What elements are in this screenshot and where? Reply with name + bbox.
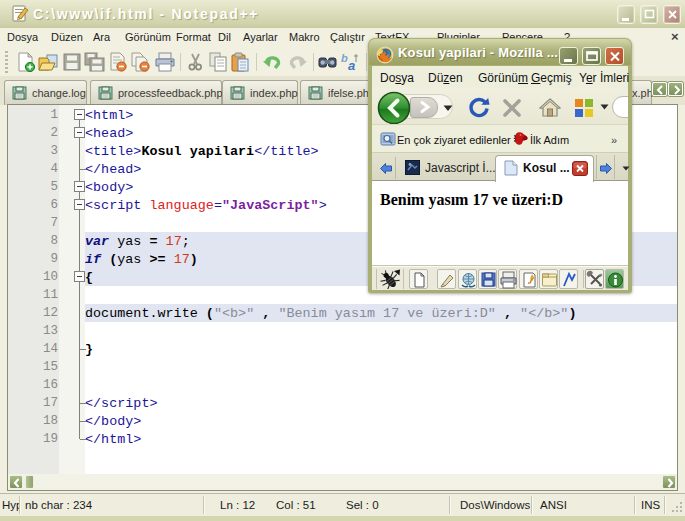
svg-text:a: a <box>348 58 355 72</box>
svg-text:b: b <box>341 52 348 64</box>
